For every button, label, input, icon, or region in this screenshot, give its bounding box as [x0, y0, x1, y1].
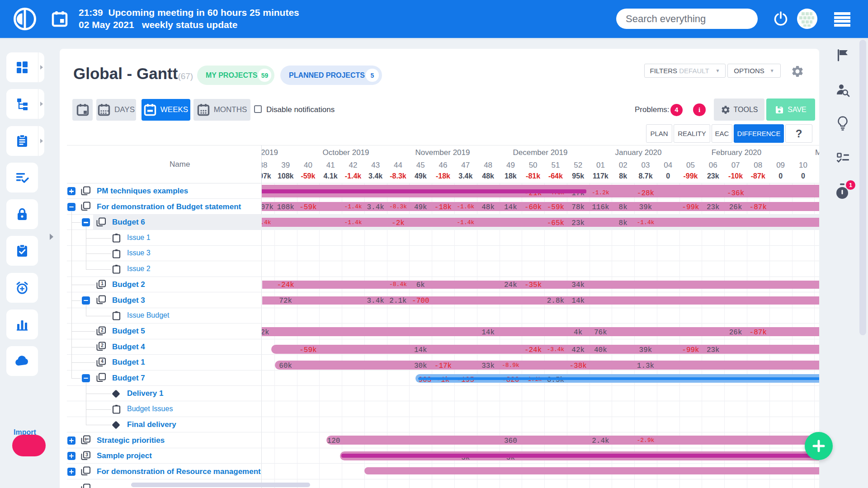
svg-text:9+: 9+	[85, 437, 89, 441]
svg-text:1: 1	[101, 281, 104, 286]
svg-text:2: 2	[101, 328, 104, 333]
svg-text:2: 2	[101, 343, 104, 348]
svg-text:3: 3	[85, 452, 88, 457]
svg-text:4: 4	[101, 359, 104, 364]
